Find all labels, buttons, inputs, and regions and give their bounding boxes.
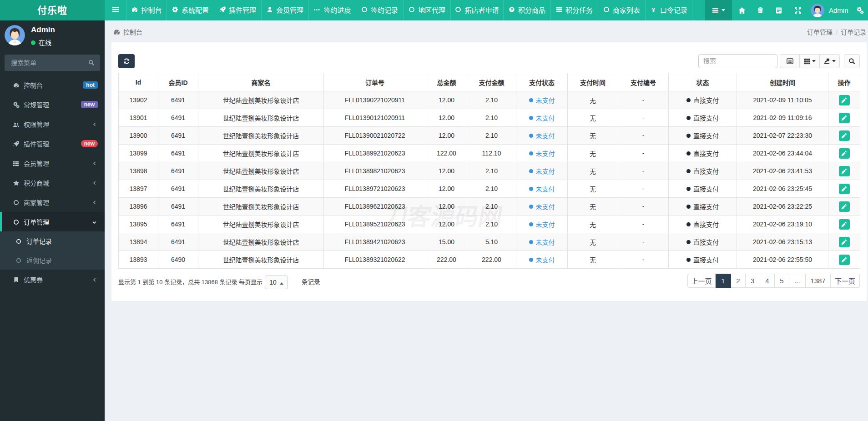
svg-text:P: P — [510, 7, 513, 12]
svg-text:¥: ¥ — [652, 6, 656, 13]
